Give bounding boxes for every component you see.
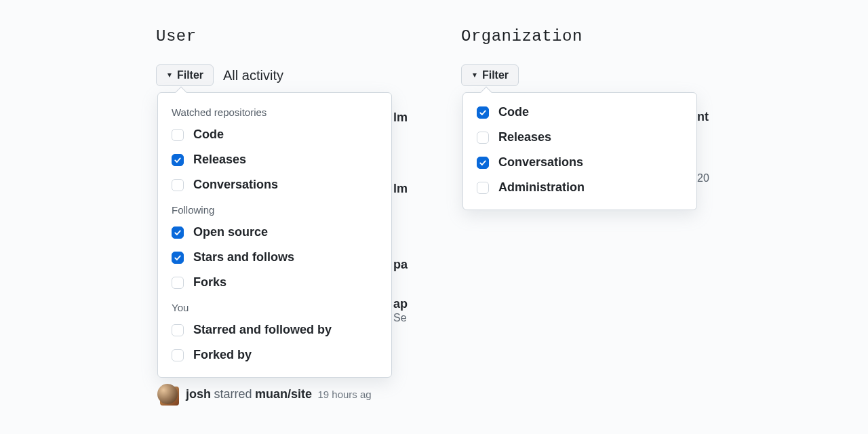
checkbox-icon[interactable]: [172, 324, 184, 336]
checkbox-icon[interactable]: [477, 132, 489, 144]
feed-fragment: ap: [393, 297, 408, 311]
feed-fragment: pa: [393, 258, 408, 272]
feed-fragment: lm: [393, 182, 408, 196]
group-label-watched-repositories: Watched repositories: [158, 100, 391, 122]
filter-item-code[interactable]: Code: [158, 122, 391, 147]
checkbox-icon[interactable]: [172, 252, 184, 264]
filter-item-label: Releases: [193, 153, 246, 167]
filter-item-administration[interactable]: Administration: [463, 175, 696, 200]
checkbox-icon[interactable]: [172, 349, 184, 361]
filter-item-label: Code: [193, 127, 224, 142]
feed-time: 19 hours ag: [317, 389, 371, 400]
feed-fragment: lm: [393, 111, 408, 125]
group-label-following: Following: [158, 197, 391, 220]
org-column: Organization ▼ Filter: [461, 27, 705, 86]
filter-item-label: Conversations: [193, 178, 278, 192]
filter-item-conversations[interactable]: Conversations: [463, 150, 696, 175]
feed-user: josh: [186, 387, 211, 401]
feed-fragment: nt: [697, 110, 709, 124]
filter-item-forked-by[interactable]: Forked by: [158, 342, 391, 368]
filter-item-releases[interactable]: Releases: [158, 147, 391, 172]
user-heading: User: [156, 27, 414, 45]
org-heading: Organization: [461, 27, 705, 45]
dropdown-caret: [481, 87, 492, 98]
feed-fragment: 20: [697, 172, 709, 184]
user-toolbar: ▼ Filter All activity: [156, 64, 414, 86]
checkbox-icon[interactable]: [477, 106, 489, 119]
filter-button[interactable]: ▼ Filter: [156, 64, 214, 86]
filter-button-label: Filter: [177, 69, 203, 81]
checkbox-icon[interactable]: [172, 179, 184, 191]
activity-label: All activity: [223, 68, 283, 83]
filter-item-conversations[interactable]: Conversations: [158, 172, 391, 197]
feed-fragment: Se: [393, 312, 407, 324]
filter-item-label: Administration: [498, 180, 585, 195]
filter-item-label: Forks: [193, 275, 226, 290]
triangle-down-icon: ▼: [471, 71, 478, 79]
checkbox-icon[interactable]: [172, 277, 184, 289]
feed-repo: muan/site: [255, 387, 312, 401]
feed-row: josh starred muan/site 19 hours ag: [157, 384, 372, 404]
filter-item-releases[interactable]: Releases: [463, 125, 696, 150]
user-column: User ▼ Filter All activity: [156, 27, 414, 86]
avatar: [157, 384, 178, 404]
org-toolbar: ▼ Filter: [461, 64, 705, 86]
checkbox-icon[interactable]: [172, 129, 184, 141]
filter-item-code[interactable]: Code: [463, 100, 696, 125]
filter-item-label: Stars and follows: [193, 250, 294, 264]
filter-dropdown-user: Watched repositoriesCodeReleasesConversa…: [157, 92, 392, 378]
filter-item-label: Releases: [498, 130, 551, 144]
filter-item-label: Open source: [193, 225, 268, 239]
filter-item-starred-and-followed-by[interactable]: Starred and followed by: [158, 317, 391, 342]
filter-item-label: Code: [498, 105, 529, 119]
filter-item-forks[interactable]: Forks: [158, 270, 391, 295]
checkbox-icon[interactable]: [172, 154, 184, 166]
dropdown-caret: [176, 87, 187, 98]
feed-action: starred: [214, 387, 252, 401]
group-label-you: You: [158, 295, 391, 317]
checkbox-icon[interactable]: [477, 157, 489, 169]
filter-button-label: Filter: [482, 69, 509, 81]
filter-button[interactable]: ▼ Filter: [461, 64, 519, 86]
filter-item-open-source[interactable]: Open source: [158, 220, 391, 245]
filter-item-label: Forked by: [193, 348, 252, 362]
checkbox-icon[interactable]: [477, 182, 489, 194]
checkbox-icon[interactable]: [172, 226, 184, 239]
filter-item-stars-and-follows[interactable]: Stars and follows: [158, 245, 391, 270]
filter-item-label: Starred and followed by: [193, 323, 332, 337]
filter-dropdown-org: CodeReleasesConversationsAdministration: [462, 92, 697, 210]
triangle-down-icon: ▼: [166, 71, 173, 79]
filter-item-label: Conversations: [498, 155, 583, 170]
